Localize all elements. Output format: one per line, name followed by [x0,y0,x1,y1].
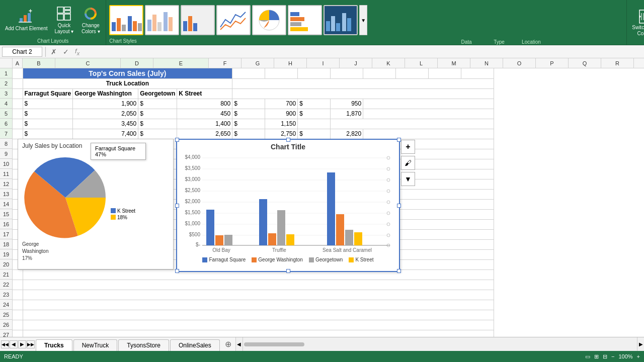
row-header-27[interactable]: 27 [0,330,12,337]
cell-I5[interactable]: 1,870 [331,109,363,119]
cell-F6[interactable]: $ [232,119,265,129]
cell-B4[interactable]: $ [23,99,73,109]
cell-E4[interactable]: 800 [177,99,232,109]
cell-F7[interactable]: $ [232,129,265,139]
cell-G5[interactable]: 900 [265,109,298,119]
col-H[interactable]: H [274,58,307,68]
col-N[interactable]: N [470,58,503,68]
cell-I7[interactable]: 2,820 [331,129,363,139]
cell-A2[interactable] [13,78,23,88]
chart-style-7[interactable] [324,5,358,35]
row-header-3[interactable]: 3 [0,88,12,99]
col-L[interactable]: L [405,58,438,68]
cell-B5[interactable]: $ [23,109,73,119]
cell-E6[interactable]: 1,400 [177,119,232,129]
row-header-7[interactable]: 7 [0,129,12,139]
col-C[interactable]: C [55,58,121,68]
tab-online-sales[interactable]: OnlineSales [170,339,220,351]
add-chart-element-button[interactable]: + Add Chart Element [2,7,51,34]
cell-C7[interactable]: 7,400 [73,129,138,139]
view-layout-icon[interactable]: ⊞ [594,353,599,360]
horizontal-scrollbar[interactable]: ◀ ▶ [235,337,644,351]
col-K[interactable]: K [372,58,405,68]
chart-style-2[interactable] [145,5,179,35]
row-header-5[interactable]: 5 [0,109,12,119]
tab-tysons-store[interactable]: TysonsStore [118,339,169,351]
chart-style-button[interactable]: 🖌 [401,156,415,170]
zoom-in-button[interactable]: + [637,353,640,359]
tab-trucks[interactable]: Trucks [36,339,72,351]
switch-row-column-button[interactable]: Switch Row/Column [627,0,644,45]
row-header-20[interactable]: 20 [0,259,12,269]
cell-C4[interactable]: 1,900 [73,99,138,109]
chart-styles-scroll-right[interactable]: ▼ [359,5,367,35]
chart-filter-button[interactable]: ▼ [401,172,415,186]
col-I[interactable]: I [307,58,340,68]
row-header-19[interactable]: 19 [0,249,12,259]
cell-A3[interactable] [13,88,23,99]
tab-nav-next[interactable]: ▶ [18,340,26,348]
cell-D7[interactable]: $ [138,129,177,139]
cell-J1[interactable] [363,68,396,78]
cell-E3[interactable]: K Street [177,88,232,99]
row-header-16[interactable]: 16 [0,219,12,229]
quick-layout-button[interactable]: QuickLayout ▾ [52,4,77,37]
cell-G6[interactable]: 1,150 [265,119,298,129]
row-header-1[interactable]: 1 [0,68,12,78]
row-header-11[interactable]: 11 [0,169,12,179]
cell-H1[interactable] [298,68,331,78]
col-Q[interactable]: Q [569,58,601,68]
col-E[interactable]: E [153,58,209,68]
col-S[interactable]: S [634,58,644,68]
change-colors-button[interactable]: ChangeColors ▾ [77,4,104,37]
row-header-17[interactable]: 17 [0,229,12,239]
tab-new-truck[interactable]: NewTruck [73,339,118,351]
row-header-2[interactable]: 2 [0,78,12,88]
cell-D5[interactable]: $ [138,109,177,119]
cell-D3[interactable]: Georgetown [138,88,177,99]
cell-F4[interactable]: $ [232,99,265,109]
cell-H6[interactable] [298,119,331,129]
cell-D6[interactable]: $ [138,119,177,129]
cell-L1[interactable] [429,68,461,78]
row-header-8[interactable]: 8 [0,139,12,149]
row-header-4[interactable]: 4 [0,99,12,109]
cell-H7[interactable]: $ [298,129,331,139]
cell-C3[interactable]: George Washington [73,88,138,99]
cell-A1[interactable] [13,68,23,78]
row-header-13[interactable]: 13 [0,189,12,199]
cell-I1[interactable] [331,68,363,78]
cell-G1[interactable] [265,68,298,78]
cell-B1[interactable]: Top's Corn Sales (July) [23,68,232,78]
chart-add-element-button[interactable]: + [401,140,415,154]
col-M[interactable]: M [438,58,470,68]
row-header-18[interactable]: 18 [0,239,12,249]
cell-B2[interactable]: Truck Location [23,78,232,88]
chart-style-3[interactable] [181,5,215,35]
view-page-break-icon[interactable]: ⊟ [603,353,607,360]
formula-input[interactable] [84,48,642,55]
cell-A4[interactable] [13,99,23,109]
col-B[interactable]: B [23,58,55,68]
tab-nav-first[interactable]: ◀◀ [1,340,9,348]
cell-M1[interactable] [461,68,494,78]
cell-G4[interactable]: 700 [265,99,298,109]
cell-B6[interactable]: $ [23,119,73,129]
name-box[interactable]: Chart 2 [2,47,42,57]
row-header-12[interactable]: 12 [0,179,12,189]
row-header-9[interactable]: 9 [0,149,12,159]
col-G[interactable]: G [242,58,274,68]
row-header-14[interactable]: 14 [0,199,12,209]
chart-style-6[interactable] [288,5,322,35]
row-header-25[interactable]: 25 [0,310,12,320]
cell-F1[interactable] [232,68,265,78]
zoom-out-button[interactable]: − [611,353,614,359]
cell-H4[interactable]: $ [298,99,331,109]
cell-G7[interactable]: 2,750 [265,129,298,139]
row-header-21[interactable]: 21 [0,269,12,280]
tab-nav-last[interactable]: ▶▶ [27,340,35,348]
cell-E7[interactable]: 2,650 [177,129,232,139]
cancel-formula-button[interactable]: ✗ [49,47,59,57]
chart-style-5[interactable] [252,5,286,35]
view-normal-icon[interactable]: ▭ [585,353,590,360]
